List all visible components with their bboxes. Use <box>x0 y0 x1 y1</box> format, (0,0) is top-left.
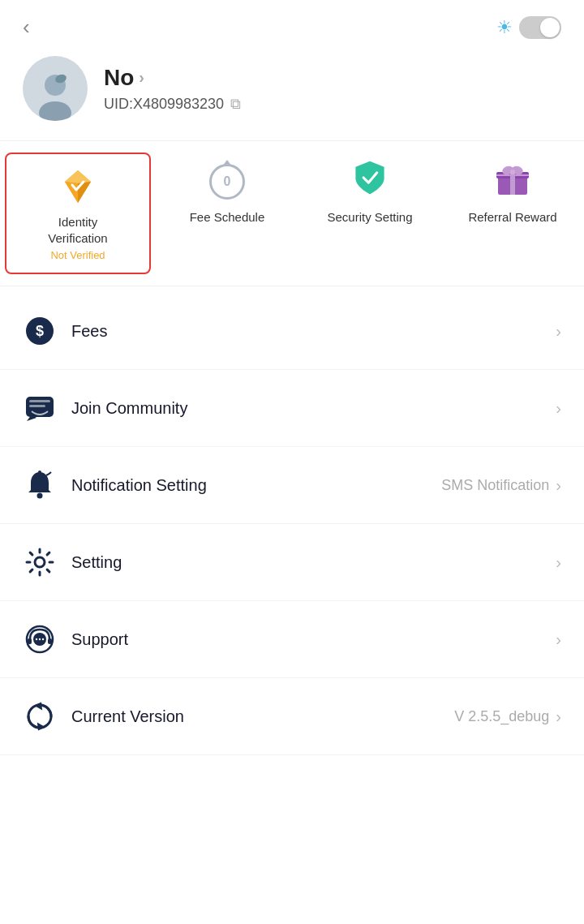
theme-toggle-area: ☀ <box>496 16 561 39</box>
profile-uid-row: UID:X4809983230 ⧉ <box>104 96 241 113</box>
fees-label: Fees <box>71 322 549 341</box>
current-version-icon <box>23 699 57 733</box>
profile-section: No › UID:X4809983230 ⧉ <box>0 48 584 140</box>
quick-action-security-setting[interactable]: Security Setting <box>298 149 441 277</box>
svg-rect-17 <box>29 400 50 402</box>
svg-text:$: $ <box>36 323 44 339</box>
menu-item-current-version[interactable]: Current Version V 2.5.5_debug › <box>0 678 584 755</box>
avatar[interactable] <box>23 56 88 121</box>
back-button[interactable]: ‹ <box>23 15 30 40</box>
support-icon <box>23 622 57 656</box>
svg-point-20 <box>37 493 43 499</box>
notification-setting-icon <box>23 468 57 502</box>
referral-reward-label: Referral Reward <box>468 209 556 226</box>
current-version-chevron: › <box>556 707 561 726</box>
fees-chevron: › <box>556 322 561 341</box>
svg-rect-10 <box>496 174 529 176</box>
fee-schedule-icon: 0 <box>206 161 248 203</box>
security-setting-icon <box>349 161 391 203</box>
quick-actions-row: IdentityVerification Not Verified 0 Fee … <box>0 140 584 286</box>
sun-icon: ☀ <box>496 17 513 38</box>
join-community-chevron: › <box>556 399 561 418</box>
setting-chevron: › <box>556 553 561 572</box>
quick-action-identity-verification[interactable]: IdentityVerification Not Verified <box>5 153 151 274</box>
identity-verification-label: IdentityVerification <box>48 214 107 246</box>
fee-schedule-label: Fee Schedule <box>190 209 265 226</box>
svg-point-13 <box>510 170 515 174</box>
svg-point-29 <box>42 638 44 640</box>
quick-action-fee-schedule[interactable]: 0 Fee Schedule <box>156 149 298 277</box>
security-setting-label: Security Setting <box>327 209 412 226</box>
menu-item-support[interactable]: Support › <box>0 601 584 678</box>
join-community-label: Join Community <box>71 399 549 418</box>
menu-item-fees[interactable]: $ Fees › <box>0 293 584 370</box>
current-version-value: V 2.5.5_debug <box>454 708 549 725</box>
theme-toggle[interactable] <box>519 16 561 39</box>
svg-point-21 <box>38 471 41 474</box>
quick-action-referral-reward[interactable]: Referral Reward <box>441 149 584 277</box>
identity-verification-icon <box>57 165 99 208</box>
menu-section: $ Fees › Join Community › <box>0 293 584 755</box>
svg-rect-18 <box>29 405 45 407</box>
svg-point-28 <box>39 638 41 640</box>
notification-setting-value: SMS Notification <box>441 477 549 494</box>
menu-item-setting[interactable]: Setting › <box>0 524 584 601</box>
menu-item-notification-setting[interactable]: Notification Setting SMS Notification › <box>0 447 584 524</box>
referral-reward-icon <box>492 161 534 203</box>
top-bar: ‹ ☀ <box>0 0 584 48</box>
fees-icon: $ <box>23 314 57 348</box>
setting-label: Setting <box>71 553 549 572</box>
setting-icon <box>23 545 57 579</box>
current-version-label: Current Version <box>71 707 454 726</box>
svg-point-22 <box>35 557 45 567</box>
notification-setting-chevron: › <box>556 476 561 495</box>
profile-name-row[interactable]: No › <box>104 65 241 91</box>
svg-marker-4 <box>65 170 91 183</box>
svg-rect-25 <box>28 638 32 644</box>
uid-text: UID:X4809983230 <box>104 96 224 113</box>
profile-name-chevron: › <box>139 68 144 87</box>
support-chevron: › <box>556 630 561 649</box>
svg-point-27 <box>36 638 37 640</box>
svg-rect-26 <box>48 638 52 644</box>
support-label: Support <box>71 630 549 649</box>
notification-setting-label: Notification Setting <box>71 476 441 495</box>
copy-uid-button[interactable]: ⧉ <box>230 96 241 113</box>
profile-name-text: No <box>104 65 134 91</box>
join-community-icon <box>23 391 57 425</box>
svg-point-1 <box>39 101 71 121</box>
menu-item-join-community[interactable]: Join Community › <box>0 370 584 447</box>
identity-verification-status: Not Verified <box>50 249 105 261</box>
profile-info: No › UID:X4809983230 ⧉ <box>104 65 241 113</box>
